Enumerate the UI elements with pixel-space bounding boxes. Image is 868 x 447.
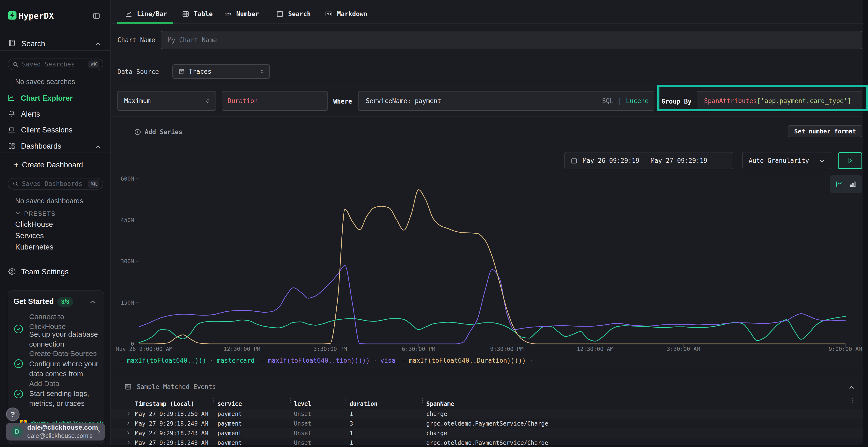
sidebar-preset-kubernetes[interactable]: Kubernetes bbox=[15, 243, 54, 251]
chart-legend: —maxIf(toFloat640..)))·mastercard—maxIf(… bbox=[120, 357, 533, 364]
sidebar-item-team-settings[interactable]: Team Settings bbox=[21, 268, 68, 276]
table-cell[interactable]: 1 bbox=[350, 411, 353, 417]
table-cell[interactable]: Unset bbox=[294, 420, 311, 427]
table-cell[interactable]: Unset bbox=[294, 411, 311, 417]
row-expand-chevron-icon[interactable] bbox=[126, 430, 131, 437]
run-query-button[interactable] bbox=[838, 152, 862, 169]
legend-item-mastercard[interactable]: —maxIf(toFloat640..)))·mastercard bbox=[120, 357, 255, 364]
column-header-level[interactable]: level bbox=[294, 401, 311, 407]
legend-item-visa[interactable]: —maxIf(toFloat640..tion)))))·visa bbox=[261, 357, 396, 364]
row-expand-chevron-icon[interactable] bbox=[126, 420, 131, 427]
y-tick-label: 150M bbox=[105, 300, 134, 306]
legend-item-blank[interactable]: —maxIf(toFloat640..Duration)))))· bbox=[402, 357, 533, 364]
column-drag-handle-icon[interactable]: ⋮ bbox=[343, 400, 345, 402]
field-input[interactable]: Duration bbox=[222, 91, 328, 111]
events-collapse-chevron-icon[interactable] bbox=[848, 384, 855, 391]
dashboards-chevron-up-icon[interactable] bbox=[95, 144, 101, 150]
table-cell[interactable]: May 27 9:29:18.243 AM bbox=[135, 440, 208, 445]
sidebar-collapse-icon[interactable] bbox=[93, 12, 100, 20]
table-cell[interactable]: charge bbox=[426, 411, 447, 417]
table-cell[interactable]: May 27 9:29:18.243 AM bbox=[135, 430, 208, 437]
row-expand-chevron-icon[interactable] bbox=[126, 440, 131, 445]
archive-box-icon bbox=[178, 68, 184, 75]
get-started-item-title[interactable]: Add Data bbox=[29, 379, 59, 388]
column-header-service[interactable]: service bbox=[217, 401, 242, 407]
tab-number[interactable]: 123Number bbox=[224, 2, 259, 26]
sidebar-preset-clickhouse[interactable]: ClickHouse bbox=[15, 220, 53, 229]
series-line-mastercard bbox=[139, 316, 845, 343]
tab-search[interactable]: Search bbox=[276, 2, 311, 26]
language-lucene-toggle[interactable]: Lucene bbox=[626, 97, 649, 105]
table-cell[interactable]: May 27 9:29:18.250 AM bbox=[135, 411, 208, 417]
search-section-chevron-up-icon[interactable] bbox=[95, 41, 101, 47]
get-started-item-title[interactable]: Connect to ClickHouse bbox=[29, 312, 66, 332]
get-started-item-title[interactable]: Create Data Sources bbox=[29, 348, 97, 358]
table-cell[interactable]: 3 bbox=[350, 420, 353, 427]
table-cell[interactable]: 1 bbox=[350, 440, 353, 445]
table-cell[interactable]: 1 bbox=[350, 430, 353, 437]
create-dashboard-button[interactable]: Create Dashboard bbox=[22, 161, 83, 169]
sidebar: HyperDX Search Saved Searches ⌘K No save… bbox=[0, 0, 111, 445]
legend-swatch: — bbox=[120, 357, 124, 364]
table-cell[interactable]: May 27 9:29:18.249 AM bbox=[135, 420, 208, 427]
y-tick-label: 450M bbox=[105, 217, 134, 223]
sidebar-item-dashboards[interactable]: Dashboards bbox=[21, 142, 61, 150]
date-range-picker[interactable]: May 26 09:29:19 - May 27 09:29:19 bbox=[564, 152, 733, 169]
chevron-down-icon bbox=[818, 157, 826, 164]
table-cell[interactable]: grpc.oteldemo.PaymentService/Charge bbox=[426, 440, 548, 445]
column-header-duration[interactable]: duration bbox=[350, 401, 378, 407]
saved-dashboards-input[interactable]: Saved Dashboards ⌘K bbox=[8, 178, 103, 190]
language-sql-toggle[interactable]: SQL bbox=[602, 97, 613, 105]
play-icon bbox=[847, 158, 853, 164]
table-cell[interactable]: Unset bbox=[294, 440, 311, 445]
presets-chevron-down-icon[interactable] bbox=[15, 210, 21, 216]
tab-table[interactable]: Table bbox=[182, 2, 213, 26]
events-section-header[interactable]: Sample Matched Events bbox=[124, 383, 216, 390]
row-expand-chevron-icon[interactable] bbox=[126, 411, 131, 417]
where-input[interactable]: ServiceName: payment SQL | Lucene bbox=[358, 91, 654, 111]
tab-line-bar[interactable]: Line/Bar bbox=[125, 2, 167, 26]
form-divider bbox=[111, 116, 862, 116]
get-started-badge: 3/3 bbox=[57, 297, 73, 307]
column-header-spanname[interactable]: SpanName bbox=[426, 401, 454, 407]
sidebar-item-chart-explorer[interactable]: Chart Explorer bbox=[21, 94, 72, 102]
column-drag-handle-icon[interactable]: ⋮ bbox=[849, 400, 851, 402]
help-button[interactable]: ? bbox=[6, 408, 20, 421]
tab-label: Table bbox=[194, 10, 213, 18]
dashboards-icon bbox=[8, 142, 15, 149]
table-cell[interactable]: payment bbox=[217, 420, 242, 427]
chart-name-input[interactable]: My Chart Name bbox=[161, 31, 862, 49]
column-header-timestamp-local-[interactable]: Timestamp (Local) bbox=[135, 401, 194, 407]
sidebar-item-search[interactable]: Search bbox=[22, 40, 45, 47]
data-source-label: Data Source bbox=[117, 68, 159, 75]
get-started-chevron-up-icon[interactable] bbox=[89, 299, 96, 305]
data-source-select[interactable]: Traces bbox=[173, 64, 270, 79]
table-cell[interactable]: charge bbox=[426, 430, 447, 437]
sidebar-preset-services[interactable]: Services bbox=[15, 232, 44, 240]
table-cell[interactable]: grpc.oteldemo.PaymentService/Charge bbox=[426, 420, 548, 427]
presets-label[interactable]: PRESETS bbox=[24, 210, 56, 217]
set-number-format-button[interactable]: Set number format bbox=[788, 125, 862, 137]
saved-searches-shortcut: ⌘K bbox=[88, 61, 100, 68]
group-by-input[interactable]: SpanAttributes['app.payment.card_type'] bbox=[697, 91, 862, 111]
line-chart-icon[interactable] bbox=[836, 181, 843, 188]
table-cell[interactable]: payment bbox=[217, 430, 242, 437]
aggregation-select[interactable]: Maximum bbox=[117, 91, 216, 111]
saved-searches-input[interactable]: Saved Searches ⌘K bbox=[8, 59, 103, 70]
user-menu[interactable]: D dale@clickhouse.com dale@clickhouse.co… bbox=[6, 423, 105, 441]
table-cell[interactable]: payment bbox=[217, 440, 242, 445]
table-cell[interactable]: Unset bbox=[294, 430, 311, 437]
column-drag-handle-icon[interactable]: ⋮ bbox=[420, 400, 422, 402]
column-drag-handle-icon[interactable]: ⋮ bbox=[287, 400, 289, 402]
chevron-right-icon bbox=[96, 428, 102, 435]
add-series-button[interactable]: Add Series bbox=[134, 128, 183, 136]
column-drag-handle-icon[interactable]: ⋮ bbox=[211, 400, 213, 402]
bar-chart-icon[interactable] bbox=[849, 181, 857, 188]
table-cell[interactable]: payment bbox=[217, 411, 242, 417]
sidebar-item-alerts[interactable]: Alerts bbox=[21, 110, 40, 118]
events-section-title: Sample Matched Events bbox=[137, 383, 216, 390]
tab-markdown[interactable]: Markdown bbox=[325, 2, 367, 26]
table-icon bbox=[182, 10, 189, 18]
granularity-select[interactable]: Auto Granularity bbox=[742, 152, 831, 169]
sidebar-item-client-sessions[interactable]: Client Sessions bbox=[21, 126, 72, 134]
